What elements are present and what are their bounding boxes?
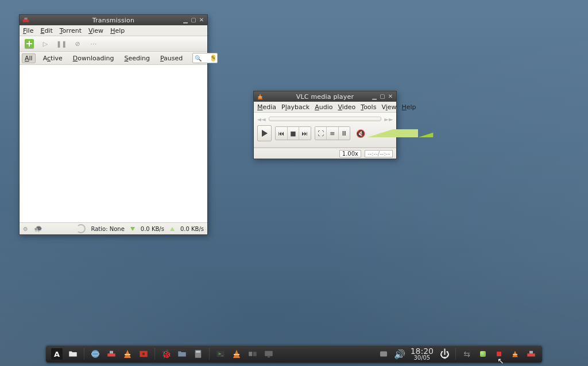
upload-arrow-icon bbox=[170, 227, 175, 231]
taskbar-vlc-running[interactable] bbox=[230, 348, 243, 360]
vlc-launcher[interactable] bbox=[121, 348, 134, 360]
file-manager-launcher[interactable] bbox=[67, 348, 79, 360]
vlc-time-display[interactable]: --:--/--:-- bbox=[365, 150, 393, 157]
svg-point-2 bbox=[91, 350, 99, 358]
tray-updates-icon[interactable] bbox=[477, 348, 489, 360]
add-torrent-button[interactable] bbox=[23, 37, 36, 50]
taskbar-volume-icon[interactable]: 🔊 bbox=[393, 348, 406, 360]
tray-transmission-icon[interactable] bbox=[525, 348, 537, 360]
taskbar-pager[interactable] bbox=[246, 348, 259, 360]
svg-rect-13 bbox=[253, 352, 257, 356]
transmission-menubar: File Edit Torrent View Help bbox=[20, 25, 207, 36]
filter-seeding[interactable]: Seeding bbox=[121, 53, 153, 63]
taskbar-calc-icon[interactable] bbox=[192, 348, 204, 360]
taskbar-beetle-icon[interactable]: 🐞 bbox=[160, 348, 172, 360]
vlc-close-button[interactable]: ✕ bbox=[387, 93, 394, 100]
vlc-statusbar: 1.00x --:--/--:-- bbox=[254, 148, 396, 159]
vlc-maximize-button[interactable]: ▢ bbox=[379, 93, 386, 100]
svg-text:>_: >_ bbox=[218, 352, 224, 356]
remove-torrent-button[interactable]: ⊘ bbox=[71, 37, 84, 50]
search-clear-icon[interactable]: ✎ bbox=[211, 55, 216, 61]
torrent-properties-button[interactable]: ⋯ bbox=[87, 37, 100, 50]
pause-torrent-button[interactable]: ❚❚ bbox=[55, 37, 68, 50]
vlc-menu-media[interactable]: Media bbox=[257, 103, 276, 111]
tray-vlc-icon[interactable] bbox=[509, 348, 521, 360]
vlc-minimize-button[interactable]: ▁ bbox=[371, 93, 378, 100]
menu-help[interactable]: Help bbox=[110, 27, 125, 34]
svg-rect-9 bbox=[196, 351, 200, 353]
search-icon: 🔍 bbox=[195, 55, 202, 61]
transmission-launcher[interactable] bbox=[105, 348, 118, 360]
start-torrent-button[interactable]: ▷ bbox=[39, 37, 52, 50]
stats-cycle-icon[interactable] bbox=[76, 224, 86, 233]
vlc-fullscreen-button[interactable]: ⛶ bbox=[315, 127, 327, 140]
svg-rect-5 bbox=[110, 351, 113, 354]
vlc-menu-tools[interactable]: Tools bbox=[361, 103, 376, 111]
vlc-menubar: Media Playback Audio Video Tools View He… bbox=[254, 102, 396, 113]
clock-date: 30/05 bbox=[413, 355, 430, 361]
vlc-playback-rate[interactable]: 1.00x bbox=[339, 150, 361, 157]
svg-rect-18 bbox=[529, 351, 533, 354]
mouse-cursor: ↖ bbox=[497, 356, 504, 365]
menu-edit[interactable]: Edit bbox=[40, 27, 52, 34]
filter-downloading[interactable]: Downloading bbox=[70, 53, 117, 63]
svg-rect-15 bbox=[268, 357, 270, 358]
app-launcher-button[interactable]: A bbox=[51, 348, 63, 360]
vlc-next-button[interactable]: ⏭ bbox=[299, 127, 310, 140]
transmission-title: Transmission bbox=[20, 17, 207, 24]
transmission-titlebar[interactable]: Transmission ▁ ▢ ✕ bbox=[20, 15, 207, 25]
menu-view[interactable]: View bbox=[88, 27, 103, 34]
vlc-menu-audio[interactable]: Audio bbox=[315, 103, 332, 111]
vlc-mute-button[interactable]: 🔇 bbox=[356, 129, 365, 138]
search-input[interactable] bbox=[204, 54, 208, 62]
vlc-stop-button[interactable]: ■ bbox=[288, 127, 299, 140]
transmission-statusbar: ⚙ 🐢 Ratio: None 0.0 KB/s 0.0 KB/s bbox=[20, 223, 207, 234]
menu-file[interactable]: File bbox=[23, 27, 33, 34]
taskbar-power-button[interactable]: ⏻ bbox=[438, 348, 451, 360]
svg-rect-12 bbox=[249, 352, 252, 356]
transmission-close-button[interactable]: ✕ bbox=[198, 17, 205, 24]
vlc-previous-button[interactable]: ⏮ bbox=[276, 127, 287, 140]
vlc-track-controls: ⏮ ■ ⏭ bbox=[275, 126, 311, 140]
vlc-menu-view[interactable]: View bbox=[381, 103, 396, 111]
vlc-equalizer-button[interactable]: Ⅲ bbox=[339, 127, 350, 140]
transmission-torrent-list[interactable] bbox=[20, 65, 207, 223]
taskbar[interactable]: A 🐞 >_ 🔊 18:20 30/05 bbox=[46, 345, 542, 363]
turtle-mode-icon[interactable]: 🐢 bbox=[34, 225, 42, 233]
transmission-window[interactable]: Transmission ▁ ▢ ✕ File Edit Torrent Vie… bbox=[19, 14, 208, 235]
vlc-play-button[interactable] bbox=[257, 125, 272, 141]
vlc-playlist-button[interactable]: ≡ bbox=[327, 127, 338, 140]
vlc-window[interactable]: VLC media player ▁ ▢ ✕ Media Playback Au… bbox=[253, 91, 397, 159]
taskbar-terminal-icon[interactable]: >_ bbox=[214, 348, 227, 360]
vlc-seek-forward-button[interactable]: ►► bbox=[385, 115, 393, 123]
taskbar-folder-icon[interactable] bbox=[176, 348, 188, 360]
vlc-seek-back-button[interactable]: ◄◄ bbox=[257, 115, 265, 123]
taskbar-touchpad-icon[interactable] bbox=[377, 348, 390, 360]
ratio-label: Ratio: None bbox=[91, 226, 125, 232]
tray-network-icon[interactable]: ⇆ bbox=[461, 348, 473, 360]
download-speed: 0.0 KB/s bbox=[141, 226, 164, 232]
filter-paused[interactable]: Paused bbox=[157, 53, 185, 63]
screenshot-launcher[interactable] bbox=[137, 348, 150, 360]
vlc-menu-help[interactable]: Help bbox=[402, 103, 416, 111]
vlc-titlebar[interactable]: VLC media player ▁ ▢ ✕ bbox=[254, 91, 396, 102]
vlc-menu-video[interactable]: Video bbox=[338, 103, 355, 111]
clock-time: 18:20 bbox=[411, 347, 434, 355]
transmission-minimize-button[interactable]: ▁ bbox=[182, 17, 189, 24]
svg-point-7 bbox=[142, 353, 145, 356]
vlc-volume-slider[interactable] bbox=[368, 129, 393, 137]
transmission-toolbar: ▷ ❚❚ ⊘ ⋯ bbox=[20, 36, 207, 52]
transmission-maximize-button[interactable]: ▢ bbox=[190, 17, 197, 24]
taskbar-clock[interactable]: 18:20 30/05 bbox=[411, 347, 434, 361]
filter-active[interactable]: Active bbox=[40, 53, 65, 63]
taskbar-monitor-icon[interactable] bbox=[262, 348, 275, 360]
filter-all[interactable]: All bbox=[22, 53, 36, 63]
browser-launcher[interactable] bbox=[89, 348, 102, 360]
menu-torrent[interactable]: Torrent bbox=[60, 27, 82, 34]
settings-gear-icon[interactable]: ⚙ bbox=[23, 226, 28, 232]
transmission-search[interactable]: 🔍 ✎ bbox=[192, 53, 218, 63]
desktop[interactable]: { "transmission": { "title": "Transmissi… bbox=[0, 0, 588, 366]
vlc-menu-playback[interactable]: Playback bbox=[281, 103, 310, 111]
vlc-seek-slider[interactable] bbox=[269, 117, 381, 121]
svg-rect-16 bbox=[380, 352, 387, 357]
